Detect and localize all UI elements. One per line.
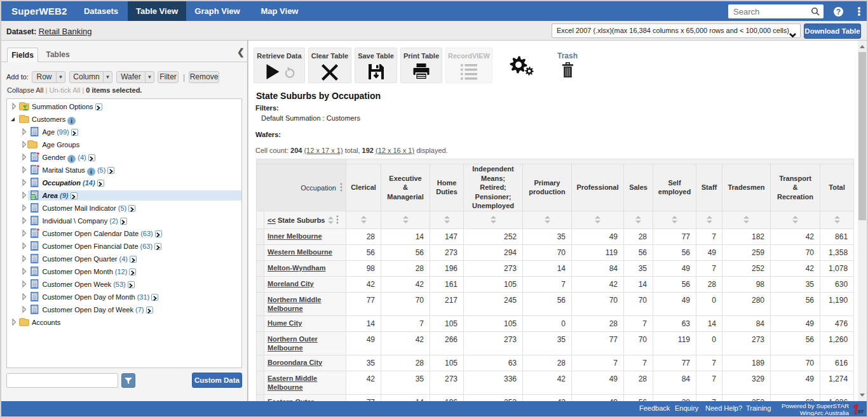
svg-text:ST: ST: [858, 409, 864, 414]
svg-text:Σ: Σ: [23, 103, 28, 110]
